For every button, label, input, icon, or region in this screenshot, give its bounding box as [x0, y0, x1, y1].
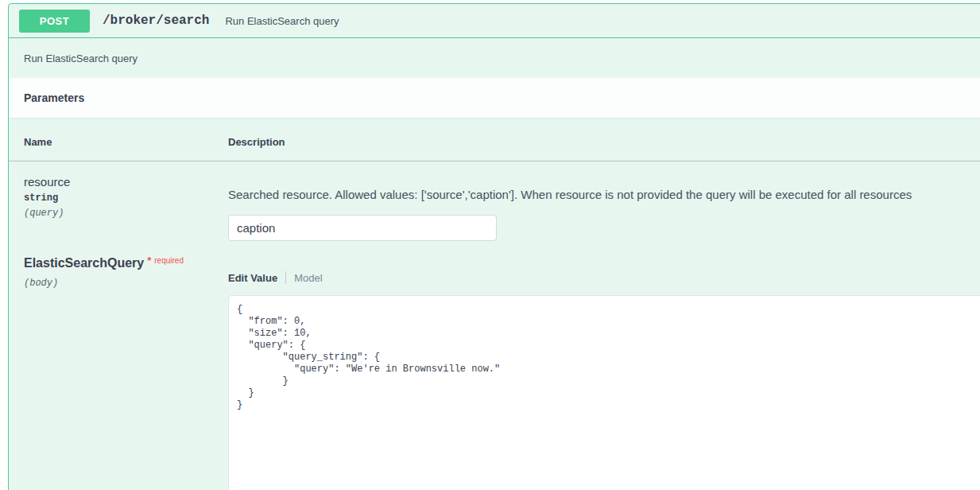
- param-row-elasticsearchquery: ElasticSearchQuery*required (body) Edit …: [9, 241, 980, 490]
- tab-divider: [285, 271, 286, 284]
- body-param-textarea[interactable]: { "from": 0, "size": 10, "query": { "que…: [228, 295, 980, 490]
- parameters-section-header: Parameters: [9, 78, 980, 118]
- param-row-resource: resource string (query) Searched resourc…: [9, 161, 980, 241]
- operation-path: /broker/search: [103, 14, 209, 28]
- body-param-tabs: Edit Value Model: [228, 271, 980, 284]
- required-label: required: [154, 256, 184, 265]
- param-location: (query): [24, 208, 228, 219]
- http-method-badge[interactable]: POST: [19, 10, 90, 33]
- param-description: Searched resource. Allowed values: ['sou…: [228, 188, 980, 201]
- operation-summary-bar[interactable]: POST /broker/search Run ElasticSearch qu…: [9, 4, 980, 38]
- operation-block-post-broker-search: POST /broker/search Run ElasticSearch qu…: [8, 3, 980, 490]
- operation-summary-text: Run ElasticSearch query: [225, 15, 339, 27]
- tab-model[interactable]: Model: [294, 272, 322, 284]
- param-name: resource: [24, 175, 228, 189]
- param-type: string: [24, 192, 228, 204]
- operation-description: Run ElasticSearch query: [9, 38, 980, 78]
- column-header-name: Name: [24, 136, 52, 148]
- param-name: ElasticSearchQuery: [24, 256, 144, 270]
- resource-value-input[interactable]: [228, 215, 497, 241]
- parameters-table: Name Description resource string (query)…: [9, 118, 980, 490]
- param-location: (body): [24, 278, 228, 289]
- parameters-table-header: Name Description: [9, 118, 980, 161]
- parameters-title: Parameters: [24, 91, 980, 104]
- required-star: *: [147, 255, 151, 266]
- column-header-description: Description: [228, 136, 285, 148]
- tab-edit-value[interactable]: Edit Value: [228, 272, 277, 284]
